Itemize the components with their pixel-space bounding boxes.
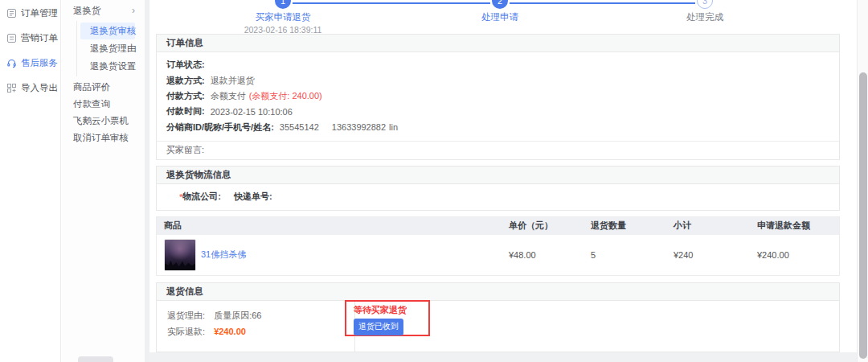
buyer-message-row: 买家留言: — [157, 141, 839, 159]
return-info-left: 退货理由: 质量原因:66 实际退款: ¥240.00 — [157, 301, 354, 352]
menu-item-product-reviews[interactable]: 商品评价 — [62, 79, 145, 95]
chevron-right-icon: › — [132, 6, 135, 15]
product-name-link[interactable]: 31佛挡杀佛 — [201, 249, 246, 261]
order-status-row: 订单状态: — [166, 57, 829, 72]
scrollbar-thumb[interactable] — [859, 72, 867, 359]
product-table-header: 商品 单价（元） 退货数量 小计 申请退款金额 — [157, 217, 839, 235]
step-number-badge: 1 — [275, 0, 291, 9]
product-cell: 31佛挡杀佛 — [157, 239, 509, 271]
menu-group-label: 退换货 — [73, 5, 101, 17]
main-content: 1 买家申请退货 2023-02-16 18:39:11 2 处理申请 3 处理… — [149, 0, 846, 352]
return-info-title: 退货信息 — [157, 283, 839, 301]
col-header-subtotal: 小计 — [674, 220, 757, 232]
menu-item-receipt-printer[interactable]: 飞鹅云小票机 — [62, 113, 145, 129]
col-header-refund-amount: 申请退款金额 — [757, 220, 839, 232]
step-label: 买家申请退货 — [215, 11, 351, 23]
menu-item-cancel-order-review[interactable]: 取消订单审核 — [62, 130, 145, 146]
return-info-body: 退货理由: 质量原因:66 实际退款: ¥240.00 — [157, 301, 839, 352]
step-label: 处理申请 — [432, 11, 568, 23]
sidebar-item-import-export[interactable]: 导入导出 — [0, 76, 60, 101]
returns-submenu: 退换货审核 退换货理由 退换货设置 — [76, 21, 145, 76]
distributor-label: 分销商ID/昵称/手机号/姓名: — [166, 121, 274, 134]
goods-received-button[interactable]: 退货已收到 — [354, 319, 403, 335]
return-reason-value: 质量原因:66 — [214, 311, 261, 320]
marketing-order-icon — [6, 33, 17, 43]
step-date: 2023-02-16 18:39:11 — [215, 25, 351, 34]
logistics-title: 退换货物流信息 — [157, 167, 839, 184]
tracking-number-label: 快递单号: — [234, 191, 272, 203]
submenu-item-return-review[interactable]: 退换货审核 — [80, 23, 135, 39]
progress-stepper: 1 买家申请退货 2023-02-16 18:39:11 2 处理申请 3 处理… — [156, 0, 840, 34]
pay-time-row: 付款时间: 2023-02-15 10:10:06 — [166, 104, 829, 119]
buyer-message-label: 买家留言: — [166, 144, 204, 156]
pay-method-value: 余额支付 — [211, 90, 246, 102]
vertical-scrollbar[interactable] — [857, 0, 868, 362]
sidebar-item-label: 售后服务 — [21, 57, 58, 69]
logistics-section: 退换货物流信息 * 物流公司: 快递单号: — [156, 166, 840, 211]
return-info-section: 退货信息 退货理由: 质量原因:66 实际退款: ¥240.00 等待买家退货 … — [156, 282, 840, 352]
sidebar-item-label: 订单管理 — [21, 7, 58, 19]
actual-refund-label: 实际退款: — [167, 327, 205, 336]
submenu-item-return-settings[interactable]: 退换货设置 — [80, 58, 135, 75]
order-info-title: 订单信息 — [157, 35, 839, 52]
order-status-label: 订单状态: — [166, 59, 205, 71]
refund-method-label: 退款方式: — [166, 75, 205, 87]
sidebar-item-after-sales[interactable]: 售后服务 — [0, 51, 60, 76]
step-complete: 3 处理完成 — [637, 0, 773, 23]
distributor-name: lin — [389, 122, 398, 132]
actual-refund-row: 实际退款: ¥240.00 — [167, 323, 354, 339]
admin-return-review-page: { "colors": { "accent": "#4b7bea", "dang… — [0, 0, 868, 362]
return-reason-row: 退货理由: 质量原因:66 — [167, 307, 354, 323]
sidebar-item-label: 导入导出 — [21, 82, 58, 94]
step-number-badge: 3 — [697, 0, 713, 9]
sidebar-item-label: 营销订单 — [21, 32, 58, 44]
refund-method-row: 退款方式: 退款并退货 — [166, 72, 829, 88]
secondary-sidebar: 退换货 › 退换货审核 退换货理由 退换货设置 商品评价 付款查询 飞鹅云小票机… — [62, 0, 145, 362]
after-sales-icon — [6, 58, 17, 68]
pay-time-label: 付款时间: — [166, 105, 205, 117]
distributor-row: 分销商ID/昵称/手机号/姓名: 35545142 13633992882 li… — [166, 120, 829, 135]
col-header-return-qty: 退货数量 — [591, 220, 674, 232]
step-label: 处理完成 — [637, 11, 773, 23]
order-info-section: 订单信息 订单状态: 退款方式: 退款并退货 付款方式: 余额支付 (余额支付:… — [156, 34, 840, 160]
step-processing: 2 处理申请 — [432, 0, 568, 23]
col-header-product: 商品 — [157, 220, 509, 232]
return-qty-value: 5 — [591, 250, 674, 260]
return-reason-label: 退货理由: — [167, 311, 205, 320]
pay-method-extra: (余额支付: 240.00) — [249, 90, 322, 102]
menu-item-payment-query[interactable]: 付款查询 — [62, 96, 145, 112]
subtotal-value: ¥240 — [674, 250, 757, 260]
refund-method-value: 退款并退货 — [211, 75, 255, 87]
distributor-phone: 13633992882 — [332, 122, 386, 132]
return-status-text: 等待买家退货 — [354, 304, 428, 316]
order-info-body: 订单状态: 退款方式: 退款并退货 付款方式: 余额支付 (余额支付: 240.… — [157, 52, 839, 141]
actual-refund-value: ¥240.00 — [214, 327, 246, 336]
submenu-item-return-reason[interactable]: 退换货理由 — [80, 40, 135, 57]
col-header-unit-price: 单价（元） — [509, 220, 591, 232]
annotation-highlight-box: 等待买家退货 退货已收到 — [345, 300, 430, 336]
page-background — [149, 352, 857, 362]
sidebar-item-order-management[interactable]: 订单管理 — [0, 1, 60, 26]
product-thumbnail[interactable] — [164, 239, 196, 271]
sidebar-item-marketing-order[interactable]: 营销订单 — [0, 26, 60, 51]
distributor-id: 35545142 — [280, 122, 319, 132]
import-export-icon — [6, 83, 17, 93]
refund-amount-value: ¥240.00 — [757, 250, 839, 260]
unit-price-value: ¥48.00 — [509, 250, 591, 260]
order-management-icon — [6, 8, 17, 19]
pay-time-value: 2023-02-15 10:10:06 — [211, 107, 293, 117]
step-number-badge: 2 — [492, 0, 508, 9]
step-buyer-applied: 1 买家申请退货 2023-02-16 18:39:11 — [215, 0, 351, 34]
menu-group-returns[interactable]: 退换货 › — [62, 0, 145, 19]
pay-method-row: 付款方式: 余额支付 (余额支付: 240.00) — [166, 88, 829, 104]
primary-sidebar: 订单管理 营销订单 售后服务 导入导出 — [0, 0, 61, 362]
sidebar-collapse-handle[interactable] — [78, 356, 113, 362]
pay-method-label: 付款方式: — [166, 90, 205, 102]
table-row: 31佛挡杀佛 ¥48.00 5 ¥240 ¥240.00 — [157, 235, 839, 275]
logistics-body: * 物流公司: 快递单号: — [157, 184, 839, 210]
logistics-company-label: 物流公司: — [182, 191, 221, 203]
product-table: 商品 单价（元） 退货数量 小计 申请退款金额 31佛挡杀佛 ¥48.00 5 … — [156, 216, 840, 276]
